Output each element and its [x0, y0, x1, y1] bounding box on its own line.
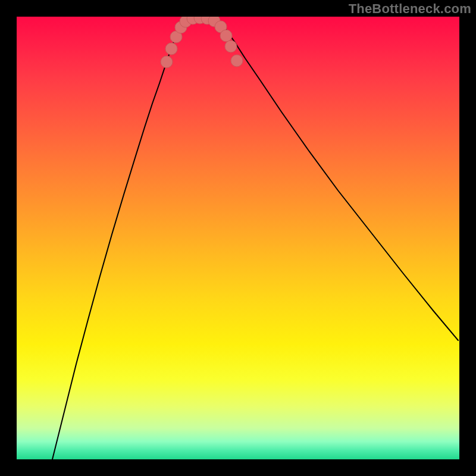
highlight-dot: [225, 40, 237, 52]
dot-layer: [161, 17, 243, 68]
curve-right-arm: [213, 19, 458, 340]
highlight-dot: [165, 43, 177, 55]
curve-layer: [52, 17, 458, 459]
highlight-dot: [220, 30, 232, 42]
curves-svg: [17, 17, 459, 459]
highlight-dot: [231, 55, 243, 67]
curve-left-arm: [52, 19, 189, 459]
chart-frame: TheBottleneck.com: [0, 0, 476, 476]
plot-area: [17, 17, 459, 459]
watermark-text: TheBottleneck.com: [349, 1, 471, 17]
highlight-dot: [161, 56, 173, 68]
